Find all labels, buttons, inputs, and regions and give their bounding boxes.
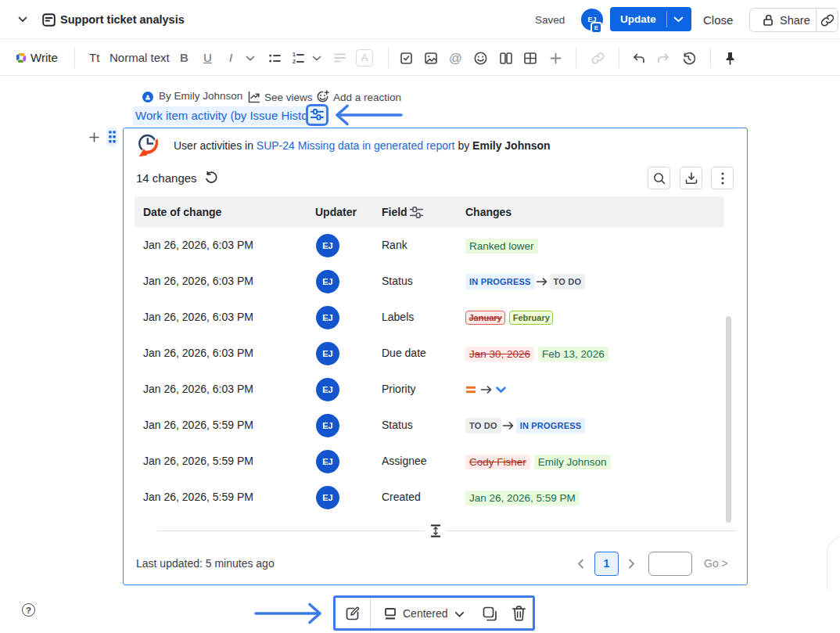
svg-text:1: 1 — [293, 52, 296, 57]
svg-text:2: 2 — [293, 59, 296, 64]
